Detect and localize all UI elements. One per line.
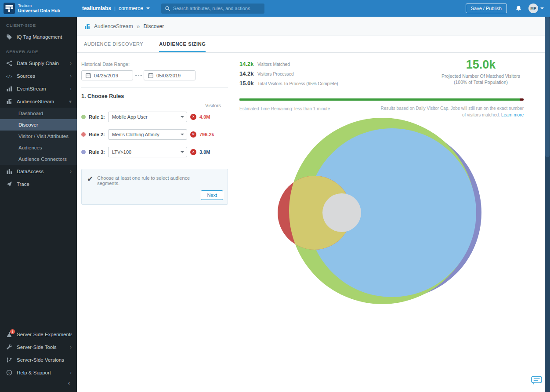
user-menu-chevron-icon[interactable] [540,7,544,9]
breadcrumb-page: Discover [144,23,164,29]
server-side-label: SERVER-SIDE [6,49,77,54]
sidebar-item-dataaccess[interactable]: DataAccess › [0,165,77,178]
venn-gray-overlap [322,193,361,232]
chevron-right-icon: › [70,345,72,350]
content: Historical Date Range: 04/25/2019 [77,53,545,392]
sidebar-item-visitor-visit-attributes[interactable]: Visitor / Visit Attributes [0,131,77,142]
rule-1-visitors: 4.0M [199,114,210,120]
brand-name: Tealium [18,4,60,8]
bar-chart-icon [6,168,12,174]
sidebar-item-iq-tag-management[interactable]: iQ Tag Management [0,30,77,43]
sidebar-item-help-support[interactable]: ? Help & Support › [0,366,77,379]
save-publish-button[interactable]: Save / Publish [466,4,507,13]
sidebar-item-server-side-experiments[interactable]: 1 Server-Side Experiments [0,328,77,341]
brand-product: Universal Data Hub [18,8,60,13]
supply-chain-icon [6,60,12,66]
select-caret-icon [181,116,184,118]
tealium-logo-icon [4,3,15,14]
rule-1-select[interactable]: Mobile App User [108,112,187,122]
audiencestream-submenu: Dashboard Discover Visitor / Visit Attri… [0,108,77,165]
audiencestream-icon [84,23,90,29]
rule-row-3: Rule 3: LTV>100 ✕ 3.0M [81,147,228,157]
sidebar-item-data-supply-chain[interactable]: Data Supply Chain › [0,57,77,69]
remove-rule-1-icon[interactable]: ✕ [190,114,196,120]
sidebar-item-server-side-tools[interactable]: Server-Side Tools › [0,341,77,353]
chevron-right-icon: › [70,169,72,174]
main-content: AudienceStream » Discover AUDIENCE DISCO… [77,17,545,392]
date-range-connector [135,75,142,76]
calendar-icon [85,73,91,79]
rule-3-select[interactable]: LTV>100 [108,147,187,157]
svg-text:</>: </> [6,74,12,78]
breadcrumb-chevron-icon: » [137,23,140,30]
account-separator: | [114,6,116,11]
help-icon: ? [6,370,12,376]
flask-icon: 1 [6,331,12,338]
tab-audience-discovery[interactable]: AUDIENCE DISCOVERY [84,36,143,52]
rule-1-label: Rule 1: [89,114,108,120]
code-icon: </> [6,73,12,79]
scrollbar-thumb[interactable] [545,17,550,157]
check-icon: ✔ [87,174,93,184]
sidebar-item-dashboard[interactable]: Dashboard [0,108,77,119]
date-start-value: 04/25/2019 [94,73,118,78]
divider [81,87,228,88]
date-range-row: 04/25/2019 05/03/2019 [81,70,228,80]
bar-chart-icon [6,86,12,92]
page-scrollbar[interactable] [545,17,550,392]
avatar-initials: MP [530,6,536,11]
next-button[interactable]: Next [201,190,223,200]
time-remaining: Estimated Time Remaining: less than 1 mi… [239,106,330,111]
results-panel: 14.2k Visitors Matched 14.2k Visitors Pr… [239,53,524,392]
tag-icon [6,34,12,40]
projected-value: 15.0k [438,58,524,72]
projected-block: 15.0k Projected Number Of Matched Visito… [438,58,524,85]
breadcrumb: AudienceStream » Discover [77,17,545,36]
account-switcher[interactable]: tealiumlabs | commerce [82,5,150,11]
chevron-right-icon: › [70,370,72,375]
visitors-column-header: Visitors [205,103,228,108]
chevron-down-icon [146,7,150,9]
tab-audience-sizing[interactable]: AUDIENCE SIZING [159,36,206,52]
chevron-right-icon: › [70,61,72,66]
chevron-down-icon: ▾ [69,99,72,104]
remove-rule-3-icon[interactable]: ✕ [190,149,196,155]
notifications-bell-icon[interactable] [515,5,522,11]
sidebar-item-audiences[interactable]: Audiences [0,142,77,153]
sidebar-item-server-side-versions[interactable]: Server-Side Versions [0,353,77,366]
svg-text:?: ? [8,370,10,374]
rules-notice: ✔ Choose at least one rule to select aud… [81,169,228,205]
notification-badge: 1 [10,329,15,334]
sidebar-item-sources[interactable]: </> Sources › [0,69,77,82]
rule-row-1: Rule 1: Mobile App User ✕ 4.0M [81,112,228,122]
rule-2-select[interactable]: Men's Clothing Affinity [108,129,187,140]
wrench-icon [6,344,12,350]
rule-row-2: Rule 2: Men's Clothing Affinity ✕ 796.2k [81,129,228,140]
sidebar-collapse[interactable]: ‹ [0,379,77,389]
sidebar-item-audiencestream[interactable]: AudienceStream ▾ [0,95,77,108]
date-end-input[interactable]: 05/03/2019 [144,70,195,80]
topbar: Tealium Universal Data Hub tealiumlabs |… [0,0,550,17]
sidebar-item-audience-connectors[interactable]: Audience Connectors [0,153,77,165]
progress-bar [239,98,524,101]
remove-rule-2-icon[interactable]: ✕ [190,131,196,138]
date-start-input[interactable]: 04/25/2019 [81,70,133,80]
breadcrumb-app[interactable]: AudienceStream [94,23,133,29]
rule-2-color-dot [81,132,86,137]
rule-3-visitors: 3.0M [199,149,210,155]
sidebar-item-trace[interactable]: Trace [0,178,77,190]
paper-plane-icon [6,181,12,187]
sidebar-item-discover[interactable]: Discover [0,119,77,131]
avatar[interactable]: MP [528,4,538,13]
brand: Tealium Universal Data Hub [0,3,77,14]
learn-more-link[interactable]: Learn more [501,113,524,117]
progress-fill [239,98,520,101]
date-range-label: Historical Date Range: [81,62,228,67]
profile-name: commerce [119,5,143,11]
search-input[interactable] [173,6,261,11]
sidebar-item-eventstream[interactable]: EventStream › [0,82,77,95]
chat-button[interactable] [531,375,543,388]
chevron-right-icon: › [70,86,72,91]
select-caret-icon [181,134,184,135]
global-search [161,4,264,14]
